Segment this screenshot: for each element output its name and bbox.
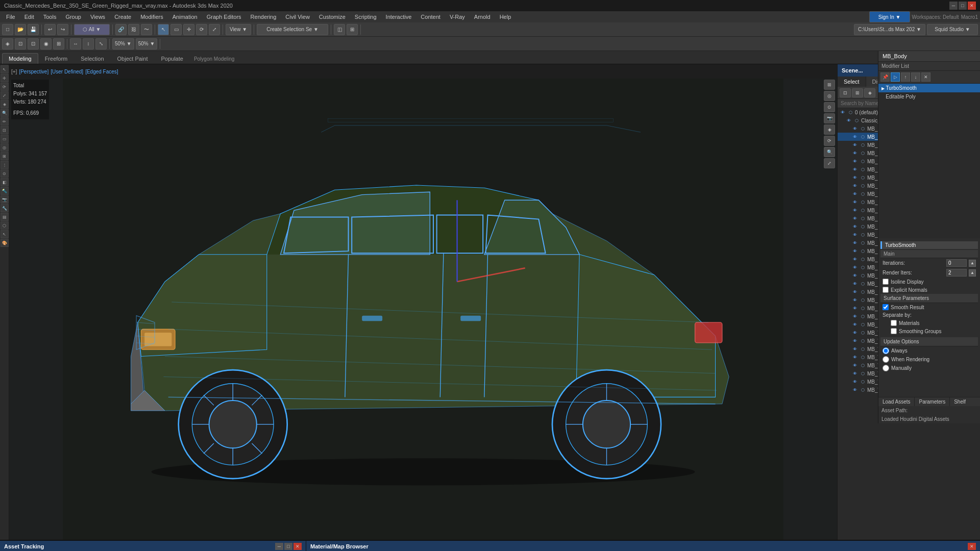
left-tool-19[interactable]: ⬡ bbox=[1, 221, 9, 230]
asset-close[interactable]: ✕ bbox=[293, 543, 302, 550]
visibility-icon[interactable]: 👁 bbox=[852, 207, 858, 213]
visibility-icon[interactable]: 👁 bbox=[852, 248, 858, 254]
render-iters-input[interactable] bbox=[946, 269, 967, 277]
menu-graph-editors[interactable]: Graph Editors bbox=[203, 13, 246, 21]
new-button[interactable]: □ bbox=[2, 24, 13, 35]
left-tool-14[interactable]: ◧ bbox=[1, 178, 9, 186]
visibility-icon[interactable]: 👁 bbox=[852, 354, 858, 360]
scale-tool[interactable]: ⤢ bbox=[209, 24, 220, 35]
left-tool-10[interactable]: ◎ bbox=[1, 143, 9, 152]
visibility-icon[interactable]: 👁 bbox=[852, 387, 858, 393]
visibility-icon[interactable]: 👁 bbox=[852, 272, 858, 279]
left-tool-18[interactable]: ▤ bbox=[1, 213, 9, 221]
mod-tool-down[interactable]: ↓ bbox=[911, 72, 920, 82]
vp-tool-1[interactable]: ⊞ bbox=[824, 80, 835, 90]
left-tool-7[interactable]: ✏ bbox=[1, 117, 9, 126]
visibility-icon[interactable]: 👁 bbox=[852, 240, 858, 246]
scene-tb1[interactable]: ⊡ bbox=[840, 88, 851, 97]
viewport[interactable]: [+] [Perspective] [User Defined] [Edged … bbox=[9, 64, 837, 540]
visibility-icon[interactable]: 👁 bbox=[852, 362, 858, 368]
left-tool-11[interactable]: ⊞ bbox=[1, 152, 9, 160]
explicit-normals-checkbox[interactable] bbox=[883, 287, 889, 293]
tb2-btn5[interactable]: ⊞ bbox=[53, 38, 64, 49]
signin-button[interactable]: Sign In ▼ bbox=[869, 11, 910, 22]
visibility-icon[interactable]: 👁 bbox=[852, 232, 858, 238]
left-tool-16[interactable]: 📷 bbox=[1, 195, 9, 204]
visibility-icon[interactable]: 👁 bbox=[852, 379, 858, 385]
link-button[interactable]: 🔗 bbox=[115, 24, 127, 35]
workspace-dropdown[interactable]: Squid Studio ▼ bbox=[927, 24, 978, 35]
vp-tool-7[interactable]: 🔍 bbox=[824, 147, 835, 157]
visibility-icon[interactable]: 👁 bbox=[852, 256, 858, 262]
save-button[interactable]: 💾 bbox=[28, 24, 39, 35]
visibility-icon[interactable]: 👁 bbox=[852, 223, 858, 230]
tb2-btn8[interactable]: ⤡ bbox=[95, 38, 107, 49]
render-iters-up[interactable]: ▲ bbox=[969, 269, 976, 277]
visibility-icon[interactable]: 👁 bbox=[840, 109, 846, 115]
tab-selection[interactable]: Selection bbox=[74, 53, 110, 64]
visibility-icon[interactable]: 👁 bbox=[852, 126, 858, 132]
modifier-item-turbosmooth[interactable]: ▶ TurboSmooth bbox=[878, 84, 980, 92]
always-radio[interactable] bbox=[883, 347, 889, 354]
vp-tool-3[interactable]: ⊙ bbox=[824, 102, 835, 112]
visibility-icon[interactable]: 👁 bbox=[852, 150, 858, 156]
menu-arnold[interactable]: Arnold bbox=[470, 13, 495, 21]
viewport-edged-faces[interactable]: [Edged Faces] bbox=[85, 69, 118, 74]
redo-button[interactable]: ↪ bbox=[57, 24, 68, 35]
menu-create[interactable]: Create bbox=[110, 13, 135, 21]
left-tool-17[interactable]: 🔧 bbox=[1, 204, 9, 212]
smoothing-groups-checkbox[interactable] bbox=[891, 328, 897, 334]
visibility-icon[interactable]: 👁 bbox=[852, 370, 858, 377]
vp-tool-5[interactable]: ◈ bbox=[824, 124, 835, 135]
visibility-icon[interactable]: 👁 bbox=[852, 313, 858, 319]
visibility-icon[interactable]: 👁 bbox=[852, 321, 858, 328]
visibility-icon[interactable]: 👁 bbox=[852, 281, 858, 287]
visibility-icon[interactable]: 👁 bbox=[852, 134, 858, 140]
select-region[interactable]: ▭ bbox=[170, 24, 182, 35]
visibility-icon[interactable]: 👁 bbox=[852, 289, 858, 295]
iterations-input[interactable] bbox=[946, 259, 967, 267]
vp-tool-8[interactable]: ⤢ bbox=[824, 158, 835, 168]
menu-rendering[interactable]: Rendering bbox=[247, 13, 281, 21]
menu-interactive[interactable]: Interactive bbox=[382, 13, 416, 21]
left-tool-4[interactable]: ⤢ bbox=[1, 91, 9, 99]
isoline-checkbox[interactable] bbox=[883, 279, 889, 285]
move-tool[interactable]: ✛ bbox=[183, 24, 194, 35]
maximize-button[interactable]: □ bbox=[959, 2, 967, 10]
menu-content[interactable]: Content bbox=[416, 13, 445, 21]
left-tool-5[interactable]: ◈ bbox=[1, 100, 9, 108]
tab-parameters[interactable]: Parameters bbox=[915, 397, 950, 406]
modifier-item-editable-poly[interactable]: Editable Poly bbox=[878, 92, 980, 101]
menu-edit[interactable]: Edit bbox=[20, 13, 38, 21]
menu-scripting[interactable]: Scripting bbox=[351, 13, 381, 21]
visibility-icon[interactable]: 👁 bbox=[852, 183, 858, 189]
tb2-btn6[interactable]: ↔ bbox=[70, 38, 81, 49]
select-object-button[interactable]: ⬡ All ▼ bbox=[74, 24, 110, 35]
polygon-modeling-btn[interactable]: ◈ bbox=[2, 38, 13, 49]
mod-tool-move[interactable]: ↑ bbox=[901, 72, 910, 82]
vp-tool-6[interactable]: ⟳ bbox=[824, 136, 835, 146]
select-tool[interactable]: ↖ bbox=[158, 24, 169, 35]
tb2-percent[interactable]: 50% ▼ bbox=[112, 38, 134, 49]
left-tool-21[interactable]: 🎨 bbox=[1, 239, 9, 247]
visibility-icon[interactable]: 👁 bbox=[852, 330, 858, 336]
minimize-button[interactable]: ─ bbox=[949, 2, 958, 10]
visibility-icon[interactable]: 👁 bbox=[852, 174, 858, 181]
tab-object-paint[interactable]: Object Paint bbox=[111, 53, 155, 64]
visibility-icon[interactable]: 👁 bbox=[852, 215, 858, 221]
visibility-icon[interactable]: 👁 bbox=[852, 166, 858, 172]
visibility-icon[interactable]: 👁 bbox=[852, 338, 858, 344]
left-tool-6[interactable]: 🔍 bbox=[1, 109, 9, 117]
left-tool-3[interactable]: ⟳ bbox=[1, 83, 9, 91]
material-close[interactable]: ✕ bbox=[968, 543, 976, 550]
smooth-result-checkbox[interactable] bbox=[883, 304, 889, 310]
tb2-btn7[interactable]: ↕ bbox=[83, 38, 94, 49]
rotate-tool[interactable]: ⟳ bbox=[196, 24, 207, 35]
menu-civil-view[interactable]: Civil View bbox=[281, 13, 313, 21]
unlink-button[interactable]: ⛓ bbox=[128, 24, 139, 35]
visibility-icon[interactable]: 👁 bbox=[852, 199, 858, 205]
visibility-icon[interactable]: 👁 bbox=[852, 158, 858, 164]
tab-freeform[interactable]: Freeform bbox=[38, 53, 75, 64]
left-tool-2[interactable]: ✛ bbox=[1, 74, 9, 82]
menu-animation[interactable]: Animation bbox=[168, 13, 202, 21]
